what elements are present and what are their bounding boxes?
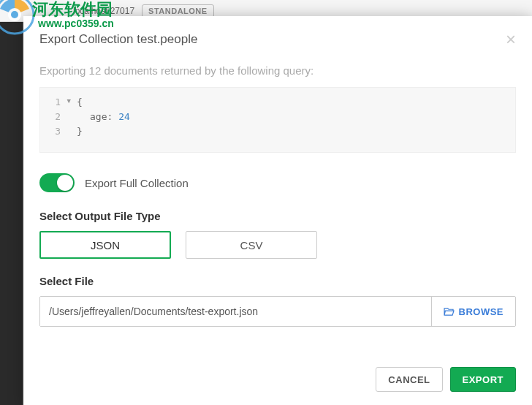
host-label: localhost:27017 xyxy=(73,6,134,16)
cancel-button[interactable]: CANCEL xyxy=(376,367,442,392)
code-line: 1 ▼ { xyxy=(40,95,515,110)
app-sidebar xyxy=(0,0,22,405)
modal-title: Export Collection test.people xyxy=(39,32,197,47)
modal-body: Exporting 12 documents returned by the f… xyxy=(23,58,532,355)
filetype-buttons: JSON CSV xyxy=(39,231,516,259)
code-line: 2 age: 24 xyxy=(40,110,515,124)
code-text: age: 24 xyxy=(69,110,130,124)
selectfile-section-label: Select File xyxy=(39,275,516,287)
export-full-toggle-row: Export Full Collection xyxy=(39,173,516,192)
file-path-input[interactable] xyxy=(40,297,431,326)
line-number: 2 xyxy=(40,110,69,124)
filetype-section-label: Select Output File Type xyxy=(39,210,516,222)
close-icon[interactable]: × xyxy=(506,31,516,48)
toggle-label: Export Full Collection xyxy=(85,177,189,189)
folder-open-icon xyxy=(444,307,455,316)
code-text: } xyxy=(69,124,83,139)
filetype-json-button[interactable]: JSON xyxy=(39,231,171,259)
code-line: 3 } xyxy=(40,124,515,139)
line-number: 1 ▼ xyxy=(40,95,69,110)
query-description: Exporting 12 documents returned by the f… xyxy=(39,64,516,77)
toggle-knob xyxy=(57,175,73,191)
mode-badge: STANDALONE xyxy=(142,4,214,18)
export-full-toggle[interactable] xyxy=(39,173,75,192)
browse-label: BROWSE xyxy=(459,306,504,317)
file-input-row: BROWSE xyxy=(39,296,516,327)
browse-button[interactable]: BROWSE xyxy=(431,297,516,326)
query-code-block: 1 ▼ { 2 age: 24 3 } xyxy=(39,87,516,153)
export-modal: Export Collection test.people × Exportin… xyxy=(23,16,532,405)
filetype-csv-button[interactable]: CSV xyxy=(186,231,317,259)
fold-icon[interactable]: ▼ xyxy=(67,96,71,107)
export-button[interactable]: EXPORT xyxy=(450,367,516,392)
modal-header: Export Collection test.people × xyxy=(23,16,532,58)
modal-footer: CANCEL EXPORT xyxy=(23,355,532,405)
line-number: 3 xyxy=(40,124,69,139)
code-text: { xyxy=(69,95,83,110)
